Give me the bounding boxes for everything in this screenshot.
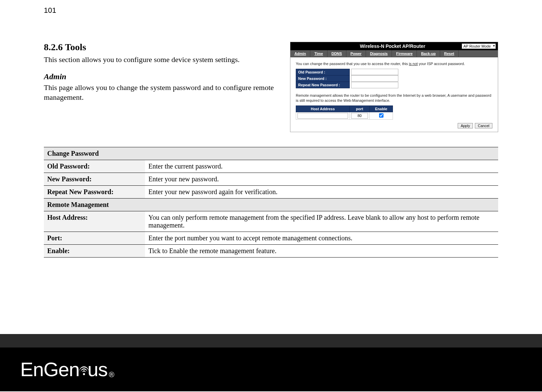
- tab-diagnosis[interactable]: Diagnosis: [366, 50, 392, 57]
- def-section-change-password: Change Password: [44, 147, 498, 160]
- rm-header-enable: Enable: [370, 105, 393, 112]
- mode-dropdown[interactable]: AP Router Mode: [462, 43, 496, 49]
- rm-header-port: port: [350, 105, 370, 112]
- intro-paragraph: This section allows you to configure som…: [44, 55, 280, 65]
- def-label: New Password:: [44, 173, 145, 185]
- tab-admin[interactable]: Admin: [290, 50, 310, 57]
- def-desc: Tick to Enable the remote management fea…: [145, 244, 498, 257]
- admin-paragraph: This page allows you to change the syste…: [44, 83, 280, 102]
- tools-tabs: Admin Time DDNS Power Diagnosis Firmware…: [290, 50, 498, 57]
- tab-time[interactable]: Time: [310, 50, 327, 57]
- new-password-input[interactable]: [351, 75, 398, 82]
- tab-power[interactable]: Power: [346, 50, 366, 57]
- cancel-button[interactable]: Cancel: [475, 123, 492, 128]
- repeat-password-input[interactable]: [351, 82, 398, 88]
- definitions-table: Change Password Old Password: Enter the …: [44, 147, 498, 258]
- tab-backup[interactable]: Back-up: [417, 50, 440, 57]
- admin-subheading: Admin: [44, 72, 280, 81]
- def-section-remote-mgmt: Remote Management: [44, 198, 498, 211]
- enable-checkbox[interactable]: [379, 113, 383, 118]
- old-password-input[interactable]: [351, 69, 398, 75]
- def-desc: Enter your new password.: [145, 173, 498, 185]
- repeat-password-label: Repeat New Password :: [296, 82, 350, 88]
- section-heading: 8.2.6 Tools: [44, 42, 280, 53]
- remote-mgmt-note: Remote management allows the router to b…: [296, 93, 492, 103]
- signal-icon: [79, 362, 89, 377]
- tab-reset[interactable]: Reset: [440, 50, 459, 57]
- def-label: Enable:: [44, 244, 145, 257]
- def-desc: Enter the port number you want to accept…: [145, 232, 498, 244]
- def-desc: You can only perform remote management f…: [145, 211, 498, 232]
- def-label: Host Address:: [44, 211, 145, 232]
- tab-firmware[interactable]: Firmware: [392, 50, 417, 57]
- def-label: Old Password:: [44, 160, 145, 173]
- def-label: Port:: [44, 232, 145, 244]
- apply-button[interactable]: Apply: [458, 123, 473, 128]
- def-label: Repeat New Password:: [44, 185, 145, 198]
- host-address-input[interactable]: [297, 113, 348, 119]
- engenius-logo: EnGen us ®: [20, 360, 114, 379]
- password-note: You can change the password that you use…: [296, 61, 492, 66]
- page-footer: EnGen us ®: [0, 334, 542, 392]
- page-number: 101: [44, 6, 498, 15]
- def-desc: Enter the current password.: [145, 160, 498, 173]
- old-password-label: Old Password :: [296, 69, 350, 75]
- rm-header-host: Host Address: [296, 105, 350, 112]
- port-input[interactable]: [351, 113, 368, 119]
- def-desc: Enter your new password again for verifi…: [145, 185, 498, 198]
- router-admin-screenshot: Wireless-N Pocket AP/Router AP Router Mo…: [290, 42, 498, 132]
- device-title: Wireless-N Pocket AP/Router: [360, 43, 425, 49]
- remote-mgmt-table: Host Address port Enable: [296, 105, 393, 120]
- tab-ddns[interactable]: DDNS: [327, 50, 346, 57]
- new-password-label: New Password :: [296, 75, 350, 82]
